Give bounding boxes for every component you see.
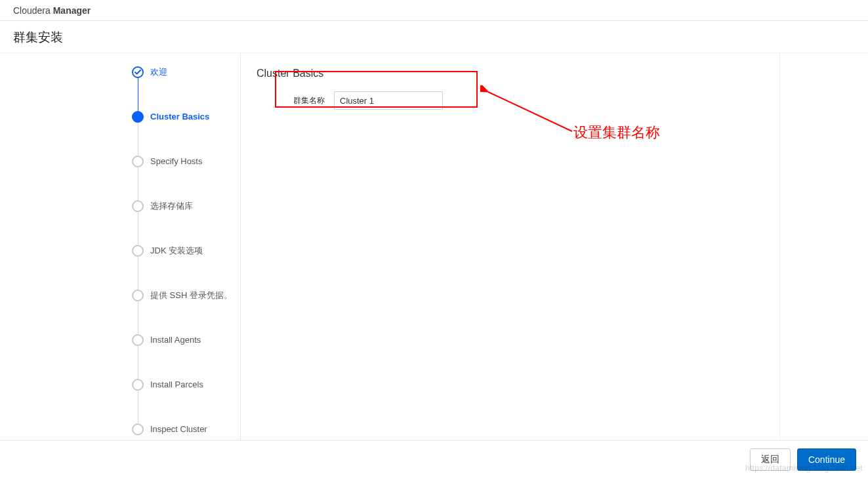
page-title-row: 群集安装 (0, 21, 868, 53)
wizard-step-1[interactable]: Cluster Basics (120, 111, 240, 156)
step-connector-line (138, 167, 138, 202)
step-connector-line (138, 257, 138, 291)
step-bullet-icon (132, 111, 144, 123)
brand-bold: Manager (53, 5, 91, 16)
step-label: JDK 安装选项 (150, 245, 203, 256)
step-connector-line (138, 301, 138, 336)
step-bullet-icon (132, 66, 144, 78)
annotation-text: 设置集群名称 (573, 123, 660, 142)
wizard-step-0[interactable]: 欢迎 (120, 66, 240, 111)
wizard-step-3[interactable]: 选择存储库 (120, 200, 240, 245)
step-bullet-icon (132, 245, 144, 257)
content-col: Cluster Basics 群集名称 (241, 53, 780, 441)
step-bullet-icon (132, 424, 144, 435)
step-bullet-icon (132, 334, 144, 346)
wizard-step-6[interactable]: Install Agents (120, 334, 240, 379)
step-bullet-icon (132, 379, 144, 391)
top-bar: Cloudera Manager (0, 0, 868, 21)
page-title: 群集安装 (13, 29, 855, 46)
step-label: 欢迎 (150, 66, 167, 77)
step-label: Specify Hosts (150, 156, 202, 167)
right-gap (780, 53, 868, 441)
cluster-name-label: 群集名称 (293, 95, 325, 106)
step-label: 选择存储库 (150, 200, 193, 211)
cluster-name-row: 群集名称 (293, 91, 764, 110)
cluster-name-input[interactable] (334, 91, 443, 110)
step-connector-line (138, 391, 138, 425)
left-gap (0, 53, 120, 441)
step-connector-line (138, 212, 138, 246)
step-bullet-icon (132, 156, 144, 167)
step-connector-line (138, 346, 138, 380)
watermark: https://datamining.blog.csdn.net (745, 464, 863, 473)
step-label: Install Parcels (150, 379, 203, 390)
body-row: 欢迎Cluster BasicsSpecify Hosts选择存储库JDK 安装… (0, 53, 868, 441)
footer: 返回 Continue (0, 440, 868, 478)
step-bullet-icon (132, 200, 144, 212)
brand-light: Cloudera (13, 5, 53, 16)
wizard-step-2[interactable]: Specify Hosts (120, 156, 240, 200)
step-label: Install Agents (150, 334, 201, 345)
brand: Cloudera Manager (13, 5, 91, 16)
step-connector-line (138, 123, 138, 157)
step-bullet-icon (132, 290, 144, 301)
step-connector-line (138, 78, 138, 112)
step-label: 提供 SSH 登录凭据。 (150, 290, 232, 301)
wizard-step-5[interactable]: 提供 SSH 登录凭据。 (120, 290, 240, 334)
wizard-step-4[interactable]: JDK 安装选项 (120, 245, 240, 290)
wizard-steps: 欢迎Cluster BasicsSpecify Hosts选择存储库JDK 安装… (120, 53, 241, 441)
step-label: Inspect Cluster (150, 424, 207, 435)
step-label: Cluster Basics (150, 111, 209, 122)
wizard-step-7[interactable]: Install Parcels (120, 379, 240, 424)
section-title: Cluster Basics (257, 68, 764, 79)
